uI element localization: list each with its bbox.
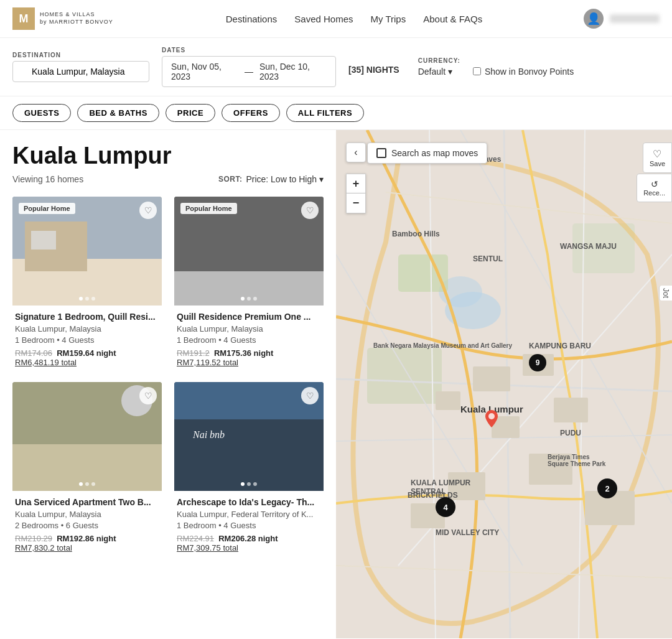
map-pin-4[interactable]: 4 [436,497,455,517]
listing-card-2[interactable]: Popular Home ♡ Quill Residence Premium O… [174,197,324,370]
listing-card-1[interactable]: Popular Home ♡ Signature 1 Bedroom, Quil… [12,197,162,370]
svg-line-9 [429,130,436,638]
nav-destinations[interactable]: Destinations [226,14,278,24]
card-old-price-1: RM174.06 [15,348,52,358]
map-label-sentul: SENTUL [473,254,503,263]
main-nav: Destinations Saved Homes My Trips About … [143,14,565,24]
card-total-2[interactable]: RM7,119.52 total [177,358,321,367]
card-dots-1 [79,297,95,301]
zoom-out-button[interactable]: − [346,194,366,213]
card-info-4: Archescape to Ida's Legacy- Th... Kuala … [174,491,324,555]
dot [85,482,89,486]
svg-rect-5 [367,348,442,404]
svg-point-2 [439,276,482,307]
logo: M HOMES & VILLAS by MARRIOTT BONVOY [12,7,124,30]
filter-bed-baths[interactable]: BED & BATHS [77,104,159,122]
nav-my-trips[interactable]: My Trips [371,14,406,24]
sort-area: SORT: Price: Low to High ▾ [218,174,324,184]
card-new-price-1: RM159.64 night [57,348,116,358]
pin-number-4: 4 [436,497,455,517]
map-search-toggle[interactable]: Search as map moves [367,142,487,164]
dot [241,297,245,301]
card-info-2: Quill Residence Premium One ... Kuala Lu… [174,306,324,370]
nav-about-faqs[interactable]: About & FAQs [423,14,482,24]
save-label: Save [650,160,665,167]
date-end: Sun, Dec 10, 2023 [259,62,327,82]
zoom-in-button[interactable]: + [346,174,366,194]
search-toggle-checkbox[interactable] [376,148,386,158]
filter-guests[interactable]: GUESTS [12,104,71,122]
dates-label: DATES [162,47,336,54]
nights-value: [35] NIGHTS [348,65,399,75]
card-new-price-4: RM206.28 night [218,534,278,543]
currency-chevron-icon: ▾ [448,67,452,77]
svg-line-6 [336,379,672,391]
svg-rect-16 [473,366,510,391]
listing-card-4[interactable]: ♡ Archescape to Ida's Legacy- Th... Kual… [174,382,324,555]
card-favorite-4[interactable]: ♡ [301,387,319,404]
svg-line-13 [398,254,672,566]
bonvoy-checkbox[interactable] [473,67,481,75]
filter-offers[interactable]: OFFERS [222,104,280,122]
recents-icon: ↺ [651,179,658,189]
left-panel: Kuala Lumpur Viewing 16 homes SORT: Pric… [0,130,336,638]
svg-rect-19 [554,398,588,422]
map-panel: Search as map moves ‹ + − ♡ Save ↺ Rece.… [336,130,672,638]
back-arrow-icon: ‹ [354,147,357,158]
sort-select[interactable]: Price: Low to High ▾ [246,174,324,184]
svg-line-15 [336,566,672,578]
save-heart-icon: ♡ [653,148,661,160]
filter-all[interactable]: ALL FILTERS [286,104,364,122]
card-dots-3 [79,482,95,486]
date-separator: — [245,67,253,77]
currency-label: CURRENCY: [418,57,460,64]
card-favorite-3[interactable]: ♡ [139,387,157,404]
card-total-4[interactable]: RM7,309.75 total [177,543,321,553]
header: M HOMES & VILLAS by MARRIOTT BONVOY Dest… [0,0,672,38]
nav-saved-homes[interactable]: Saved Homes [294,14,353,24]
card-location-1: Kuala Lumpur, Malaysia [15,324,159,333]
card-badge-2: Popular Home [180,203,237,214]
map-back-button[interactable]: ‹ [346,142,366,162]
currency-select[interactable]: Default ▾ [418,67,460,77]
card-new-price-3: RM192.86 night [57,534,116,543]
dot [241,482,245,486]
card-name-2: Quill Residence Premium One ... [177,312,321,322]
card-image-4: ♡ [174,382,324,491]
card-price-2: RM191.2 RM175.36 night [177,348,321,358]
map-save-button[interactable]: ♡ Save [643,142,672,173]
map-svg [336,130,672,638]
filter-price[interactable]: PRICE [166,104,215,122]
card-favorite-1[interactable]: ♡ [139,202,157,219]
dot [79,297,83,301]
currency-value: Default [418,67,446,77]
card-total-3[interactable]: RM7,830.2 total [15,543,159,553]
svg-line-10 [579,130,585,638]
user-name-blurred [610,14,660,23]
card-favorite-2[interactable]: ♡ [301,202,319,219]
dates-input[interactable]: Sun, Nov 05, 2023 — Sun, Dec 10, 2023 [162,56,336,87]
card-dots-4 [241,482,257,486]
card-price-1: RM174.06 RM159.64 night [15,348,159,358]
brand-line1: HOMES & VILLAS [40,11,113,19]
zoom-out-icon: − [353,197,360,210]
svg-line-14 [386,192,672,223]
card-info-1: Signature 1 Bedroom, Quill Resi... Kuala… [12,306,162,370]
bonvoy-group: Show in Bonvoy Points [473,67,574,77]
map-pin-selected[interactable] [485,410,498,429]
destination-input[interactable] [12,61,149,82]
card-total-1[interactable]: RM6,481.19 total [15,358,159,367]
svg-point-25 [488,413,495,419]
map-label-mid-valley: MID VALLEY CITY [436,528,499,537]
map-recents-button[interactable]: ↺ Rece... [637,174,672,202]
dot [91,482,95,486]
zoom-in-icon: + [353,177,360,190]
user-avatar[interactable]: 👤 [584,9,604,29]
map-pin-2[interactable]: 2 [597,478,617,498]
map-label-pudu: PUDU [560,429,581,437]
jot-button[interactable]: Jot [659,286,672,301]
svg-rect-18 [436,391,460,410]
listing-card-3[interactable]: ♡ Una Serviced Apartment Two B... Kuala … [12,382,162,555]
map-pin-9[interactable]: 9 [529,354,546,371]
card-image-3: ♡ [12,382,162,491]
